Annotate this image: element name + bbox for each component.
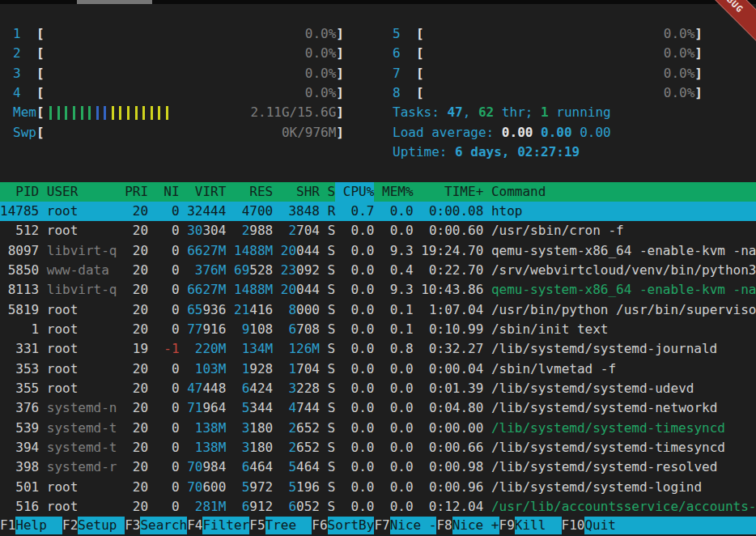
cell-ni: 0 (148, 261, 180, 280)
process-row-14785[interactable]: 14785 root 20 0 32444 4700 3848 R 0.7 0.… (0, 202, 756, 221)
cell-virt: 964 (202, 398, 226, 418)
cell-user: root (39, 300, 117, 320)
cell-cmd: /sbin/init text (483, 320, 608, 339)
fkey-action-f2: Setup (78, 517, 125, 534)
cell-cmd: /srv/webvirtcloud/venv/bin/python3 (483, 261, 756, 280)
cpu-meter-5: 5 [0.0%] (393, 24, 703, 44)
fkey-f1[interactable]: F1Help (0, 517, 62, 536)
cell-shr: 196 (296, 478, 320, 497)
cell-mem: 0.4 (374, 261, 413, 280)
cell-mem: 9.3 (374, 280, 413, 300)
cell-mem: 0.8 (374, 339, 413, 359)
cell-virt: 71 (180, 398, 203, 418)
process-row-5850[interactable]: 5850 www-data 20 0 376M 69528 23092 S 0.… (0, 261, 756, 280)
fkey-f6[interactable]: F6SortBy (312, 517, 374, 536)
cell-res: 4 (226, 202, 249, 221)
cell-pri: 20 (117, 202, 149, 221)
column-header-mem[interactable]: MEM% (374, 182, 413, 202)
process-row-355[interactable]: 355 root 20 0 47448 6424 3228 S 0.0 0.0 … (0, 379, 756, 398)
swp-value: 0K/976M (282, 123, 336, 143)
process-row-394[interactable]: 394 systemd-t 20 0 138M 3180 2652 S 0.0 … (0, 438, 756, 457)
cell-s: S (320, 457, 335, 477)
cell-s: S (320, 419, 335, 438)
process-row-353[interactable]: 353 root 20 0 103M 1928 1704 S 0.0 0.0 0… (0, 359, 756, 379)
process-row-8097[interactable]: 8097 libvirt-q 20 0 6627M 1488M 20044 S … (0, 241, 756, 261)
cell-res: 6 (226, 497, 249, 517)
cell-s: S (320, 497, 335, 517)
cell-pri: 20 (117, 438, 149, 457)
process-row-376[interactable]: 376 systemd-n 20 0 71964 5344 4744 S 0.0… (0, 398, 756, 418)
cell-res: 5 (226, 478, 249, 497)
process-row-539[interactable]: 539 systemd-t 20 0 138M 3180 2652 S 0.0 … (0, 419, 756, 438)
fkey-f10[interactable]: F10Quit (562, 517, 632, 536)
cell-res: 180 (249, 438, 273, 457)
process-row-8113[interactable]: 8113 libvirt-q 20 0 6627M 1488M 20044 S … (0, 280, 756, 300)
function-key-bar: F1Help F2Setup F3SearchF4FilterF5Tree F6… (0, 517, 756, 536)
cpu-meter-2: 2 [0.0%] (13, 44, 344, 63)
cell-mem: 0.0 (374, 457, 413, 477)
cell-time: 10:43.86 (414, 280, 484, 300)
cell-res: 972 (249, 478, 273, 497)
column-header-time[interactable]: TIME+ (414, 182, 484, 202)
fkey-f9[interactable]: F9Kill (499, 517, 562, 536)
fkey-f5[interactable]: F5Tree (249, 517, 312, 536)
column-header-s[interactable]: S (320, 182, 335, 202)
fkey-f3[interactable]: F3Search (125, 517, 187, 536)
cell-user: root (39, 320, 117, 339)
cell-pid: 353 (0, 359, 39, 379)
process-row-398[interactable]: 398 systemd-r 20 0 70984 6464 5464 S 0.0… (0, 457, 756, 477)
cell-pid: 355 (0, 379, 39, 398)
fkey-f4[interactable]: F4Filter (187, 517, 249, 536)
cell-pid: 5850 (0, 261, 39, 280)
cell-s: S (320, 280, 335, 300)
fkey-label-f4: F4 (187, 517, 202, 534)
column-header-user[interactable]: USER (39, 182, 117, 202)
process-row-5819[interactable]: 5819 root 20 0 65936 21416 8000 S 0.0 0.… (0, 300, 756, 320)
cell-res: 700 (249, 202, 273, 221)
process-row-1[interactable]: 1 root 20 0 77916 9108 6708 S 0.0 0.1 0:… (0, 320, 756, 339)
cell-time: 0:00.08 (414, 202, 484, 221)
cell-cpu: 0.7 (335, 202, 374, 221)
cell-s: S (320, 398, 335, 418)
fkey-f2[interactable]: F2Setup (62, 517, 125, 536)
fkey-action-f8: Nice + (452, 517, 499, 534)
fkey-f8[interactable]: F8Nice + (436, 517, 499, 536)
fkey-action-f5: Tree (265, 517, 312, 534)
fkey-f7[interactable]: F7Nice - (374, 517, 436, 536)
column-header-res[interactable]: RES (226, 182, 273, 202)
process-row-516[interactable]: 516 root 20 0 281M 6912 6052 S 0.0 0.0 0… (0, 497, 756, 517)
cell-cpu: 0.0 (335, 497, 374, 517)
meter-row-4: 4 [0.0%] 8 [0.0%] (0, 83, 756, 103)
column-header-command[interactable]: Command (483, 182, 546, 202)
cell-s: S (320, 339, 335, 359)
cell-user: root (39, 359, 117, 379)
cell-user: root (39, 478, 117, 497)
process-table-body: 14785 root 20 0 32444 4700 3848 R 0.7 0.… (0, 202, 756, 517)
cell-time: 0:00.98 (414, 457, 484, 477)
process-row-501[interactable]: 501 root 20 0 70600 5972 5196 S 0.0 0.0 … (0, 478, 756, 497)
cell-cmd: qemu-system-x86_64 -enable-kvm -na (483, 280, 756, 300)
cell-virt: 916 (202, 320, 226, 339)
meter-bar-green (49, 106, 52, 120)
column-header-virt[interactable]: VIRT (180, 182, 227, 202)
meter-bar-green (88, 106, 91, 120)
cell-cmd: /lib/systemd/systemd-resolved (483, 457, 717, 477)
meter-bar-yellow (127, 106, 130, 120)
process-row-331[interactable]: 331 root 19 -1 220M 134M 126M S 0.0 0.8 … (0, 339, 756, 359)
cell-ni: 0 (148, 497, 180, 517)
column-header-ni[interactable]: NI (148, 182, 180, 202)
cell-shr: 708 (296, 320, 320, 339)
fkey-label-f8: F8 (436, 517, 452, 534)
cell-s: S (320, 438, 335, 457)
cell-shr: 20 (273, 241, 296, 261)
process-row-512[interactable]: 512 root 20 0 30304 2988 2704 S 0.0 0.0 … (0, 221, 756, 240)
column-header-shr[interactable]: SHR (273, 182, 320, 202)
cell-res: 344 (249, 398, 273, 418)
meter-bar-yellow (151, 106, 153, 120)
column-header-pri[interactable]: PRI (117, 182, 149, 202)
cell-pid: 1 (0, 320, 39, 339)
column-header-cpu[interactable]: CPU% (335, 182, 374, 202)
cell-cpu: 0.0 (335, 478, 374, 497)
cell-pri: 20 (117, 241, 149, 261)
cell-ni: 0 (148, 398, 180, 418)
